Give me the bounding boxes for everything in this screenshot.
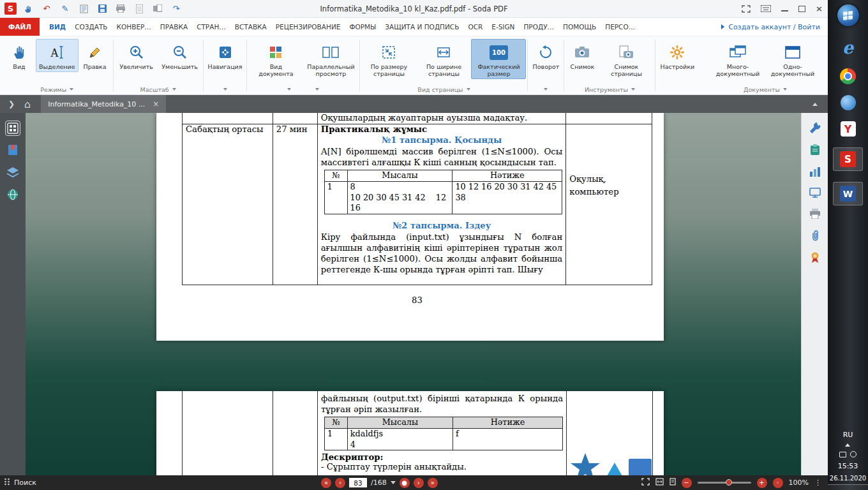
yandex-browser-icon[interactable]: Y — [841, 121, 856, 137]
single-document-button[interactable]: Одно-документный — [765, 39, 820, 79]
parallel-view-button[interactable]: Параллельный просмотр — [303, 39, 358, 79]
fit-page-button[interactable]: По размеру страницы — [361, 39, 416, 79]
menu-tab-forms[interactable]: ФОРМЫ — [349, 23, 376, 31]
fit-width-button[interactable]: По ширине страницы — [416, 39, 471, 79]
action-center-icon[interactable] — [850, 451, 857, 457]
keyboard-icon[interactable] — [761, 5, 771, 12]
clipboard-icon[interactable] — [810, 144, 820, 158]
zoom-slider-handle[interactable] — [726, 479, 732, 486]
printer-icon[interactable] — [809, 209, 821, 221]
tab-close-icon[interactable]: × — [153, 100, 159, 108]
save-icon[interactable] — [96, 3, 108, 15]
soda-pdf-taskbar-button[interactable]: S — [833, 147, 863, 171]
chevron-down-icon[interactable] — [467, 88, 470, 91]
zoom-slider[interactable] — [698, 482, 751, 484]
wrench-icon[interactable] — [809, 122, 821, 136]
note-icon[interactable] — [78, 3, 89, 15]
menu-tab-secure[interactable]: ЗАЩИТА И ПОДПИСЬ — [385, 23, 459, 31]
account-link[interactable]: Создать аккаунт / Войти — [721, 23, 820, 31]
zoom-out-button[interactable]: − — [682, 478, 692, 488]
menu-tab-file[interactable]: ФАЙЛ — [0, 18, 40, 36]
zoom-in-button[interactable]: Увеличить — [115, 39, 158, 72]
chevron-down-icon[interactable] — [783, 88, 787, 91]
actual-size-button[interactable]: 100 Фактический размер — [471, 39, 526, 79]
chevron-up-icon[interactable] — [812, 103, 818, 106]
single-page-icon[interactable] — [670, 478, 676, 487]
view-mode-button[interactable]: Вид — [3, 39, 36, 72]
snapshot-button[interactable]: Снимок — [565, 39, 599, 72]
chrome-icon[interactable] — [840, 68, 856, 84]
zoom-level-label[interactable]: 100% — [789, 479, 809, 487]
layers-panel-icon[interactable] — [6, 167, 19, 181]
menu-tab-esign[interactable]: E-SIGN — [491, 23, 514, 31]
rotate-button[interactable]: Поворот — [529, 39, 562, 72]
zoom-in-button[interactable]: + — [757, 478, 767, 488]
attachments-panel-icon[interactable] — [7, 189, 19, 203]
document-view-button[interactable]: Вид документа — [248, 39, 303, 79]
grid-dots-icon[interactable] — [4, 477, 10, 488]
chevron-down-icon[interactable] — [223, 88, 227, 91]
bookmark-page-button[interactable]: ● — [400, 478, 410, 488]
chevron-down-icon[interactable] — [315, 88, 319, 91]
pan-icon[interactable] — [22, 3, 34, 15]
edit-icon[interactable]: ✎ — [59, 3, 71, 15]
menu-tab-pages[interactable]: СТРАН… — [197, 23, 226, 31]
browser-icon[interactable] — [841, 95, 856, 110]
print-page-icon[interactable] — [152, 3, 163, 15]
last-page-button[interactable]: » — [428, 478, 438, 488]
language-indicator[interactable]: RU — [843, 431, 853, 439]
print-icon[interactable] — [115, 3, 126, 15]
network-icon[interactable] — [839, 452, 846, 457]
thumbnails-panel-icon[interactable] — [5, 121, 20, 136]
show-desktop-button[interactable] — [828, 484, 868, 490]
minimize-button[interactable] — [781, 10, 788, 11]
menu-tab-ocr[interactable]: OCR — [468, 23, 483, 31]
award-icon[interactable] — [810, 252, 820, 266]
zoom-options-button[interactable]: ◦ — [773, 478, 783, 488]
chart-icon[interactable] — [809, 167, 821, 179]
multi-document-button[interactable]: Много-документный — [710, 39, 765, 79]
menu-tab-insert[interactable]: ВСТАВКА — [235, 23, 267, 31]
word-taskbar-button[interactable]: W — [833, 182, 863, 205]
document-tab[interactable]: Informatika_Metodika_10 ... × — [41, 95, 166, 113]
chevron-down-icon[interactable] — [172, 88, 176, 91]
menu-tab-view[interactable]: ВИД — [49, 23, 66, 31]
menu-tab-products[interactable]: ПРОДУ… — [523, 23, 554, 31]
redo-icon[interactable]: ↷ — [170, 3, 182, 15]
overflow-menu-icon[interactable]: ⋮ — [814, 479, 821, 487]
home-icon[interactable]: ⌂ — [24, 98, 31, 110]
hidden-icons-arrow[interactable] — [845, 443, 850, 447]
menu-tab-create[interactable]: СОЗДАТЬ — [75, 23, 107, 31]
maximize-button[interactable] — [798, 6, 805, 12]
menu-tab-help[interactable]: ПОМОЩЬ — [563, 23, 596, 31]
page-number-input[interactable] — [349, 478, 367, 487]
bookmarks-panel-icon[interactable] — [7, 144, 19, 158]
chevron-down-icon[interactable] — [70, 88, 73, 91]
expand-panel-icon[interactable]: ❯ — [8, 100, 15, 108]
select-mode-button[interactable]: A Выделение — [36, 39, 79, 72]
settings-button[interactable]: Настройки — [657, 39, 698, 72]
chevron-down-icon[interactable] — [544, 88, 548, 91]
previous-page-button[interactable]: ‹ — [335, 478, 345, 488]
edit-mode-button[interactable]: Правка — [79, 39, 112, 72]
clock[interactable]: 15:53 — [838, 462, 858, 470]
first-page-button[interactable]: « — [321, 478, 331, 488]
monitor-icon[interactable] — [809, 188, 821, 200]
page-snapshot-button[interactable]: Снимок страницы — [599, 39, 654, 79]
fit-screen-icon[interactable] — [641, 478, 650, 487]
chevron-down-icon[interactable] — [391, 481, 396, 484]
paperclip-icon[interactable] — [811, 230, 819, 244]
search-label[interactable]: Поиск — [14, 479, 36, 487]
next-page-button[interactable]: › — [414, 478, 424, 488]
page-icon[interactable] — [133, 3, 145, 15]
close-button[interactable]: × — [816, 4, 823, 13]
touch-mode-icon[interactable] — [742, 5, 751, 13]
chevron-down-icon[interactable] — [631, 88, 635, 91]
date[interactable]: 26.11.2020 — [830, 475, 866, 482]
fit-width-icon[interactable] — [655, 478, 664, 487]
undo-icon[interactable]: ↶ — [41, 3, 52, 15]
menu-tab-convert[interactable]: КОНВЕР… — [117, 23, 151, 31]
chevron-down-icon[interactable] — [287, 88, 291, 91]
menu-tab-edit[interactable]: ПРАВКА — [160, 23, 188, 31]
start-button[interactable] — [837, 4, 859, 26]
